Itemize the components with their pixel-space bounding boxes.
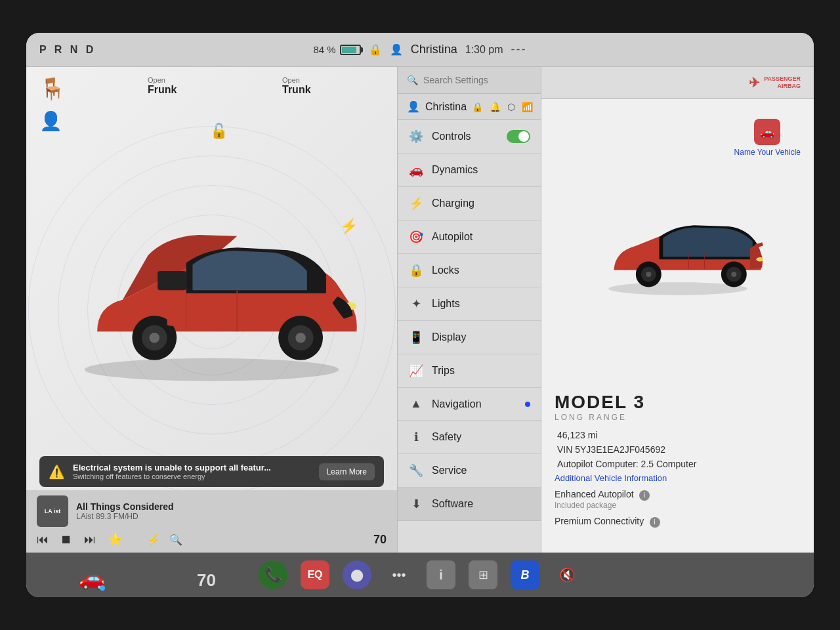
search-input[interactable]: [423, 75, 532, 85]
settings-item-service[interactable]: 🔧 Service: [398, 454, 541, 488]
lights-icon: ✦: [408, 297, 424, 311]
header-icons: 🔒 🔔 ⬡ 📶: [472, 102, 533, 112]
car-visual: [59, 106, 364, 480]
settings-item-display[interactable]: 📱 Display: [398, 321, 541, 354]
vehicle-3d-image: 🚗 Name Your Vehicle: [555, 112, 801, 385]
dynamics-label: Dynamics: [432, 164, 478, 176]
trunk-label[interactable]: Open Trunk: [282, 76, 311, 96]
grid-button[interactable]: ⊞: [469, 560, 497, 589]
frunk-main-label: Frunk: [148, 84, 177, 95]
airbag-icon: ✈: [749, 75, 760, 91]
main-content: 🪑 👤 Open Frunk Open Trunk 🔓 ⚡: [26, 67, 814, 553]
autopilot-label: Autopilot: [432, 231, 472, 243]
camera-button[interactable]: ⬤: [343, 560, 371, 589]
vehicle-info-area: 🚗 Name Your Vehicle MODEL 3 LONG RANGE 4…: [541, 99, 814, 553]
stop-button[interactable]: ⏹: [60, 533, 72, 547]
settings-item-dynamics[interactable]: 🚗 Dynamics: [398, 154, 541, 187]
enhanced-autopilot-info-icon[interactable]: i: [639, 490, 650, 501]
controls-label: Controls: [432, 131, 471, 142]
settings-username: Christina: [425, 101, 467, 113]
username-top: Christina: [411, 43, 457, 56]
svg-point-15: [731, 272, 736, 277]
clock: 1:30 pm: [465, 44, 503, 56]
settings-item-controls[interactable]: ⚙️ Controls: [398, 120, 541, 154]
battery-percent: 84 %: [313, 44, 335, 55]
gear-indicator: P R N D: [39, 44, 96, 56]
vin-value: VIN 5YJ3E1EA2JF045692: [557, 444, 665, 455]
safety-icon: ℹ: [408, 430, 424, 444]
lock-header-icon[interactable]: 🔒: [472, 102, 483, 112]
svg-point-0: [85, 358, 339, 381]
taskbar: 🚗 70 📞 EQ ⬤ ••• i ⊞ B 🔇: [26, 553, 814, 597]
locks-icon: 🔒: [408, 263, 424, 278]
media-extra-controls: ⚡ 🔍: [147, 534, 182, 546]
autopilot-icon: 🎯: [408, 230, 424, 244]
more-options-button[interactable]: •••: [385, 560, 413, 589]
settings-item-lights[interactable]: ✦ Lights: [398, 287, 541, 321]
settings-item-software[interactable]: ⬇ Software: [398, 488, 541, 521]
car-bottom-icon[interactable]: 🚗: [79, 566, 105, 591]
bluetooth-icon[interactable]: ⬡: [507, 102, 515, 112]
lights-label: Lights: [432, 298, 460, 310]
phone-button[interactable]: 📞: [259, 560, 287, 589]
favorite-button[interactable]: ⭐: [108, 532, 122, 547]
right-panel: ✈ PASSENGERAIRBAG: [541, 67, 814, 553]
software-label: Software: [432, 498, 473, 510]
display-label: Display: [432, 331, 466, 343]
media-thumbnail: LA ist: [37, 495, 68, 527]
settings-item-trips[interactable]: 📈 Trips: [398, 354, 541, 388]
settings-item-locks[interactable]: 🔒 Locks: [398, 254, 541, 287]
search-bar[interactable]: 🔍: [398, 67, 541, 94]
equalizer-icon[interactable]: ⚡: [147, 534, 160, 546]
user-icon: 👤: [390, 43, 403, 56]
bell-icon[interactable]: 🔔: [490, 102, 501, 112]
status-dots: ---: [511, 43, 527, 56]
svg-point-3: [150, 333, 160, 343]
mileage-row: 46,123 mi: [555, 430, 801, 440]
settings-item-safety[interactable]: ℹ Safety: [398, 421, 541, 454]
equalizer-button[interactable]: EQ: [301, 560, 329, 589]
safety-label: Safety: [432, 431, 461, 443]
additional-info-row[interactable]: Additional Vehicle Information: [555, 473, 801, 483]
media-station: LAist 89.3 FM/HD: [76, 512, 174, 521]
seat-icon: 🪑: [39, 76, 66, 101]
display-icon: 📱: [408, 330, 424, 345]
svg-point-6: [295, 333, 306, 343]
svg-rect-8: [158, 271, 186, 290]
search-media-icon[interactable]: 🔍: [169, 534, 182, 546]
warning-title: Electrical system is unable to support a…: [73, 463, 311, 472]
battery-info: 84 %: [313, 44, 360, 55]
learn-more-button[interactable]: Learn More: [319, 463, 375, 480]
search-icon: 🔍: [407, 75, 418, 85]
settings-item-autopilot[interactable]: 🎯 Autopilot: [398, 220, 541, 254]
signal-icon: 📶: [522, 102, 533, 112]
trips-label: Trips: [432, 365, 455, 377]
settings-item-navigation[interactable]: ▲ Navigation: [398, 388, 541, 421]
controls-toggle[interactable]: [507, 130, 530, 143]
settings-item-charging[interactable]: ⚡ Charging: [398, 187, 541, 220]
warning-subtitle: Switching off features to conserve energ…: [73, 472, 311, 480]
volume-area: 70: [373, 533, 387, 547]
navigation-dot: [525, 402, 530, 407]
airbag-label: PASSENGERAIRBAG: [764, 75, 801, 90]
bluetooth-button[interactable]: B: [511, 560, 539, 589]
skip-forward-button[interactable]: ⏭: [84, 533, 96, 547]
speed-display: 70: [197, 570, 216, 591]
skip-back-button[interactable]: ⏮: [37, 533, 49, 547]
mute-button[interactable]: 🔇: [553, 560, 581, 589]
lock-icon: 🔒: [369, 43, 382, 56]
vin-row: VIN 5YJ3E1EA2JF045692: [555, 444, 801, 455]
passenger-airbag-indicator: ✈ PASSENGERAIRBAG: [749, 75, 801, 91]
enhanced-autopilot-sub: Included package: [555, 501, 801, 510]
battery-icon: [340, 45, 361, 55]
media-title: All Things Considered: [76, 501, 174, 512]
additional-info-link[interactable]: Additional Vehicle Information: [555, 473, 667, 483]
service-label: Service: [432, 465, 467, 476]
info-button[interactable]: i: [427, 560, 455, 589]
service-icon: 🔧: [408, 463, 424, 478]
name-vehicle-button[interactable]: 🚗 Name Your Vehicle: [734, 119, 801, 157]
premium-connectivity-info-icon[interactable]: i: [650, 517, 660, 528]
warning-text: Electrical system is unable to support a…: [73, 463, 311, 480]
name-vehicle-label: Name Your Vehicle: [734, 148, 801, 157]
frunk-label[interactable]: Open Frunk: [148, 76, 177, 96]
